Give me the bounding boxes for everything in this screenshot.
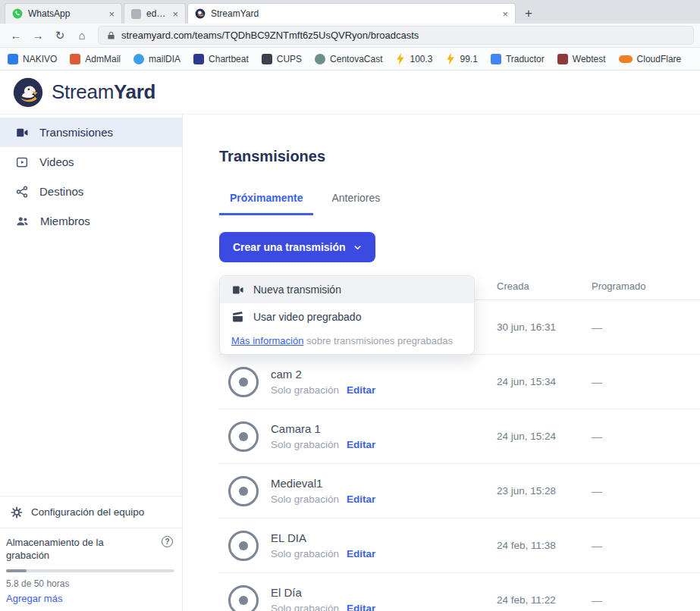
sidebar-item-miembros[interactable]: Miembros (0, 206, 182, 236)
web-icon (557, 54, 568, 64)
broadcast-type: Solo grabación (271, 384, 339, 396)
app-header: StreamYard (0, 70, 700, 114)
scheduled-cell: — (592, 376, 700, 388)
created-cell: 24 feb, 11:38 (497, 540, 592, 551)
reload-icon[interactable]: ↻ (50, 26, 70, 45)
table-row[interactable]: cam 2 Solo grabaciónEditar 24 jun, 15:34… (219, 355, 700, 409)
browser-tab-whatsapp[interactable]: WhatsApp × (5, 3, 122, 24)
url-bar[interactable]: streamyard.com/teams/TQDhBC9ZNTmft6z5UsQ… (98, 26, 694, 45)
bookmark-radio-99-1[interactable]: 99.1 (446, 53, 478, 65)
scheduled-cell: — (592, 485, 700, 497)
bookmark-label: CloudFlare (637, 54, 682, 64)
broadcast-title: El Día (271, 586, 375, 599)
translate-icon (491, 54, 501, 64)
url-text: streamyard.com/teams/TQDhBC9ZNTmft6z5UsQ… (121, 30, 419, 41)
close-icon[interactable]: × (172, 9, 178, 19)
home-icon[interactable]: ⌂ (72, 26, 92, 45)
menu-item-video-pregrabado[interactable]: Usar video pregrabado (220, 303, 474, 331)
page-title: Transmisiones (219, 146, 700, 166)
forward-icon[interactable]: → (28, 26, 48, 45)
tab-anteriores[interactable]: Anteriores (321, 192, 391, 215)
broadcast-title: cam 2 (271, 368, 375, 381)
create-broadcast-label: Crear una transmisión (233, 241, 346, 253)
browser-tab-bar: WhatsApp × editoresweb:sitioweb:eldia.co… (0, 0, 700, 24)
record-icon (228, 476, 259, 506)
bookmark-chartbeat[interactable]: Chartbeat (193, 54, 249, 64)
broadcast-type: Solo grabación (271, 603, 339, 611)
back-icon[interactable]: ← (6, 26, 26, 45)
scheduled-cell: — (592, 321, 700, 334)
bookmark-admmail[interactable]: AdmMail (70, 54, 121, 64)
storage-label: Almacenamiento de la grabación (6, 536, 137, 562)
video-library-icon (15, 155, 29, 169)
browser-tab-streamyard[interactable]: StreamYard × (187, 3, 516, 24)
broadcast-title: Camara 1 (271, 422, 375, 435)
create-broadcast-button[interactable]: Crear una transmisión (219, 232, 375, 262)
edit-link[interactable]: Editar (347, 603, 375, 611)
add-more-link[interactable]: Agregar más (6, 593, 62, 604)
header-scheduled: Programado (592, 280, 700, 292)
bookmark-label: CentovaCast (330, 54, 382, 64)
table-row[interactable]: EL DIA Solo grabaciónEditar 24 feb, 11:3… (219, 519, 700, 573)
bookmark-traductor[interactable]: Traductor (491, 54, 545, 64)
tab-title: WhatsApp (28, 8, 103, 19)
edit-link[interactable]: Editar (347, 548, 375, 559)
menu-item-label: Nueva transmisión (253, 284, 341, 296)
broadcast-type: Solo grabación (271, 548, 339, 559)
created-cell: 23 jun, 15:28 (497, 485, 592, 497)
edit-link[interactable]: Editar (347, 439, 375, 450)
record-icon (228, 531, 259, 561)
bookmark-maildia[interactable]: mailDIA (133, 54, 180, 64)
mail-icon (70, 54, 80, 64)
lightning-icon (446, 53, 456, 65)
bookmark-cups[interactable]: CUPS (262, 54, 302, 64)
broadcast-title: Medieval1 (271, 477, 375, 490)
video-camera-icon (231, 284, 244, 296)
bookmark-centovacast[interactable]: CentovaCast (315, 54, 382, 64)
bookmark-label: NAKIVO (23, 54, 57, 64)
browser-tab-editoresweb[interactable]: editoresweb:sitioweb:eldia.co × (124, 3, 186, 24)
edit-link[interactable]: Editar (347, 494, 375, 505)
sidebar-item-videos[interactable]: Videos (0, 147, 182, 177)
browser-toolbar: ← → ↻ ⌂ streamyard.com/teams/TQDhBC9ZNTm… (0, 24, 700, 48)
lightning-icon (395, 53, 405, 65)
sidebar-item-label: Videos (39, 155, 74, 168)
prerecorded-info-text: sobre transmisiones pregrabadas (303, 335, 453, 346)
scheduled-cell: — (592, 540, 700, 552)
whatsapp-icon (12, 8, 23, 19)
cloud-icon (619, 55, 633, 63)
chevron-down-icon (353, 243, 362, 252)
new-tab-button[interactable]: + (517, 3, 540, 24)
table-row[interactable]: El Día Solo grabaciónEditar 24 feb, 11:2… (219, 573, 700, 611)
team-settings-label: Configuración del equipo (31, 506, 144, 518)
menu-item-label: Usar video pregrabado (253, 311, 361, 323)
menu-item-nueva-transmision[interactable]: Nueva transmisión (220, 276, 474, 303)
storage-usage: 5.8 de 50 horas (6, 578, 173, 589)
close-icon[interactable]: × (108, 9, 115, 19)
sidebar: Transmisiones Videos Destinos Miembros C… (0, 114, 183, 611)
video-camera-icon (15, 126, 29, 139)
bookmark-radio-100-3[interactable]: 100.3 (395, 53, 432, 65)
bookmark-nakivo[interactable]: NAKIVO (8, 54, 57, 64)
edit-link[interactable]: Editar (347, 384, 375, 396)
broadcast-title: EL DIA (271, 531, 375, 544)
bookmark-cloudflare[interactable]: CloudFlare (619, 54, 682, 64)
bookmark-webtest[interactable]: Webtest (557, 54, 606, 64)
bookmark-label: Webtest (573, 54, 606, 64)
record-icon (228, 585, 259, 611)
streamyard-wordmark: StreamYard (52, 80, 155, 104)
broadcast-tabs: Próximamente Anteriores (219, 192, 700, 215)
sidebar-item-destinos[interactable]: Destinos (0, 177, 182, 206)
table-row[interactable]: Camara 1 Solo grabaciónEditar 24 jun, 15… (219, 409, 700, 464)
help-icon[interactable]: ? (162, 536, 173, 547)
mail-icon (133, 54, 144, 64)
site-icon (131, 9, 141, 19)
tab-proximamente[interactable]: Próximamente (219, 192, 313, 215)
broadcast-type: Solo grabación (271, 439, 339, 450)
sidebar-item-transmisiones[interactable]: Transmisiones (0, 118, 182, 147)
more-info-link[interactable]: Más información (231, 335, 303, 346)
close-icon[interactable]: × (502, 9, 508, 19)
streamyard-icon (195, 8, 206, 19)
team-settings-button[interactable]: Configuración del equipo (0, 496, 182, 528)
table-row[interactable]: Medieval1 Solo grabaciónEditar 23 jun, 1… (219, 464, 700, 519)
